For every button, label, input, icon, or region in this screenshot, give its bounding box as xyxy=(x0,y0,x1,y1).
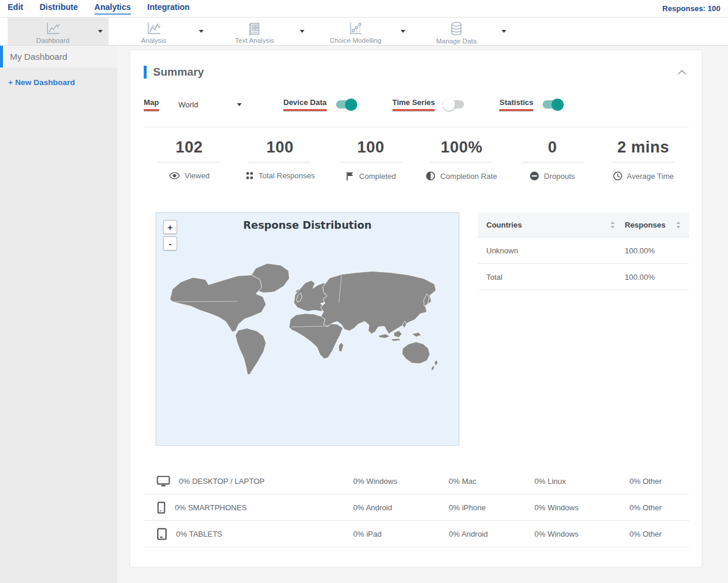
stat-label: Dropouts xyxy=(544,172,575,181)
chevron-down-icon[interactable] xyxy=(98,30,103,33)
device-cell: 0% Android xyxy=(353,503,449,512)
stat-dropouts: 0 Dropouts xyxy=(507,138,598,181)
stat-viewed: 102 Viewed xyxy=(144,138,235,181)
device-cell: 0% Android xyxy=(449,530,534,538)
stat-label: Total Responses xyxy=(259,171,315,180)
eye-icon xyxy=(169,172,180,179)
country-value: 100.00% xyxy=(625,273,681,282)
statistics-label: Statistics xyxy=(499,98,533,111)
world-map[interactable] xyxy=(159,254,457,406)
country-name: Total xyxy=(486,273,625,282)
countries-column-header[interactable]: Countries xyxy=(486,221,522,229)
device-cell: 0% TABLETS xyxy=(176,530,222,538)
dashboard-sidebar: My Dashboard + New Dashboard xyxy=(0,46,117,583)
chevron-down-icon[interactable] xyxy=(199,30,204,33)
toolbar-choice-modelling-label: Choice Modelling xyxy=(330,37,381,44)
chevron-down-icon[interactable] xyxy=(401,30,405,33)
device-cell: 0% Windows xyxy=(534,530,629,538)
flag-icon xyxy=(346,171,354,181)
device-data-toggle[interactable] xyxy=(336,100,356,109)
toolbar-analysis[interactable]: Analysis xyxy=(109,18,209,45)
page-title: Summary xyxy=(153,66,675,79)
device-cell: 0% DESKTOP / LAPTOP xyxy=(179,477,265,486)
main-content: Summary Map World Device Data Time Serie… xyxy=(117,46,728,583)
stat-average-time: 2 mins Average Time xyxy=(598,138,689,181)
statistics-toggle[interactable] xyxy=(543,100,563,109)
map-title: Response Distribution xyxy=(156,219,459,231)
half-circle-icon xyxy=(426,171,435,181)
sidebar-item-my-dashboard[interactable]: My Dashboard xyxy=(0,46,117,67)
dots-grid-icon xyxy=(245,171,254,180)
line-chart-icon xyxy=(45,22,61,36)
stat-value: 102 xyxy=(144,138,235,157)
scatter-chart-icon xyxy=(348,22,363,36)
chevron-down-icon xyxy=(237,103,242,106)
device-cell: 0% Other xyxy=(629,530,689,538)
tablet-icon xyxy=(157,528,167,540)
stat-label: Completion Rate xyxy=(440,172,497,181)
new-dashboard-button[interactable]: + New Dashboard xyxy=(8,78,117,87)
device-cell: 0% Other xyxy=(629,477,689,486)
device-cell: 0% Other xyxy=(629,503,689,512)
response-distribution-map[interactable]: Response Distribution + - xyxy=(155,212,459,446)
nav-distribute[interactable]: Distribute xyxy=(39,2,77,15)
table-row-smartphones: 0% SMARTPHONES 0% Android 0% iPhone 0% W… xyxy=(144,494,689,521)
device-cell: 0% Mac xyxy=(449,477,534,486)
toggle-knob xyxy=(345,99,357,111)
stat-label: Completed xyxy=(359,172,396,181)
nav-edit[interactable]: Edit xyxy=(8,2,23,15)
chevron-down-icon[interactable] xyxy=(300,30,304,33)
device-cell: 0% iPhone xyxy=(449,503,534,512)
device-cell: 0% Linux xyxy=(534,477,629,486)
top-navbar: Edit Distribute Analytics Integration Re… xyxy=(0,0,728,18)
device-table: 0% DESKTOP / LAPTOP 0% Windows 0% Mac 0%… xyxy=(144,468,689,547)
toolbar-text-analysis[interactable]: Text Analysis xyxy=(209,18,310,45)
summary-controls: Map World Device Data Time Series Statis… xyxy=(130,80,702,111)
nav-integration[interactable]: Integration xyxy=(147,2,189,15)
map-region-select[interactable]: World xyxy=(178,100,242,109)
map-region-value: World xyxy=(178,100,198,109)
stat-value: 100% xyxy=(416,138,507,157)
multi-line-chart-icon xyxy=(145,22,162,36)
toolbar-manage-data[interactable]: Manage Data xyxy=(411,18,512,45)
chevron-down-icon[interactable] xyxy=(502,30,506,33)
stat-value: 100 xyxy=(326,138,417,157)
sort-icon[interactable] xyxy=(610,221,615,229)
document-grid-icon xyxy=(248,22,262,36)
stat-total-responses: 100 Total Responses xyxy=(235,138,326,181)
table-row: Total 100.00% xyxy=(478,264,689,290)
sort-icon[interactable] xyxy=(676,221,681,229)
nav-analytics[interactable]: Analytics xyxy=(94,2,131,15)
summary-header: Summary xyxy=(130,50,702,80)
map-label: Map xyxy=(144,98,159,111)
toggle-knob xyxy=(443,99,455,111)
stat-completion-rate: 100% Completion Rate xyxy=(416,138,507,181)
minus-circle-icon xyxy=(530,171,539,181)
map-zoom-in-button[interactable]: + xyxy=(163,220,177,234)
clock-icon xyxy=(613,171,622,181)
smartphone-icon xyxy=(157,501,166,514)
toolbar-choice-modelling[interactable]: Choice Modelling xyxy=(310,18,411,45)
nav-items: Edit Distribute Analytics Integration xyxy=(8,2,189,15)
toggle-knob xyxy=(551,99,564,111)
toolbar-dashboard-label: Dashboard xyxy=(36,37,69,44)
device-cell: 0% SMARTPHONES xyxy=(175,503,247,512)
desktop-icon xyxy=(157,475,170,487)
map-zoom-out-button[interactable]: - xyxy=(163,236,177,250)
table-row-desktop: 0% DESKTOP / LAPTOP 0% Windows 0% Mac 0%… xyxy=(144,468,689,494)
time-series-toggle[interactable] xyxy=(444,100,464,109)
stat-value: 0 xyxy=(507,138,598,157)
table-row: Unknown 100.00% xyxy=(478,238,689,264)
country-value: 100.00% xyxy=(625,246,681,255)
chevron-up-icon[interactable] xyxy=(675,65,689,80)
device-cell: 0% iPad xyxy=(353,530,449,538)
stat-completed: 100 Completed xyxy=(326,138,417,181)
active-indicator xyxy=(0,46,3,67)
summary-panel: Summary Map World Device Data Time Serie… xyxy=(130,50,702,567)
device-cell: 0% Windows xyxy=(534,503,629,512)
stat-value: 2 mins xyxy=(598,138,689,157)
responses-count[interactable]: Responses: 100 xyxy=(662,4,720,13)
stat-label: Average Time xyxy=(627,172,674,181)
responses-column-header[interactable]: Responses xyxy=(625,221,665,229)
toolbar-dashboard[interactable]: Dashboard xyxy=(8,18,109,45)
